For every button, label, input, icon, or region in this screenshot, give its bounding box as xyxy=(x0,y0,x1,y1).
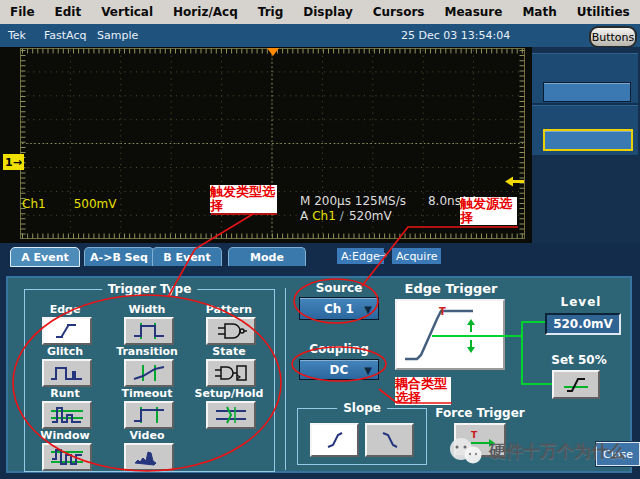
force-trigger-label: Force Trigger xyxy=(420,406,540,420)
annotation-trigger-source: 触发源选择 xyxy=(460,197,517,225)
trigger-type-transition-button[interactable] xyxy=(124,359,174,387)
trigger-level-arrow-icon[interactable] xyxy=(505,176,525,187)
transition-icon xyxy=(131,363,167,383)
trigger-type-video-button[interactable] xyxy=(124,443,174,471)
watermark: 硬件十万个为什么 xyxy=(446,436,625,466)
timeout-icon xyxy=(131,405,167,425)
slope-falling-button[interactable] xyxy=(365,423,414,457)
dropdown-arrow-icon: ▼ xyxy=(364,303,372,314)
wechat-icon xyxy=(446,436,486,466)
trigger-type-label-state: State xyxy=(189,345,269,358)
tab-a-event[interactable]: A Event xyxy=(10,247,80,267)
bracket-to-set50 xyxy=(523,383,553,385)
level-line xyxy=(432,335,522,337)
brand-label: Tek xyxy=(8,29,26,42)
level-readout[interactable]: 520.0mV xyxy=(545,313,621,335)
menu-display[interactable]: Display xyxy=(293,1,362,24)
video-icon xyxy=(131,447,167,467)
trigger-type-window-button[interactable] xyxy=(42,443,92,471)
edge-icon xyxy=(49,321,85,341)
menu-edit[interactable]: Edit xyxy=(45,1,92,24)
channel1-label: Ch1 xyxy=(22,197,46,211)
level-label: Level xyxy=(545,295,617,309)
menu-math[interactable]: Math xyxy=(512,1,566,24)
trigger-position-marker-icon[interactable] xyxy=(267,48,279,56)
menu-utilities[interactable]: Utilities xyxy=(567,1,640,24)
glitch-icon xyxy=(49,363,85,383)
pattern-icon xyxy=(213,321,249,341)
window-icon xyxy=(49,447,85,467)
trigger-type-label-setup-hold: Setup/Hold xyxy=(189,387,269,400)
trigger-type-state-button[interactable] xyxy=(206,359,256,387)
datetime-label: 25 Dec 03 13:54:04 xyxy=(401,29,510,42)
coupling-label: Coupling xyxy=(301,342,377,356)
bracket-vertical xyxy=(521,321,523,385)
trigger-type-glitch-button[interactable] xyxy=(42,359,92,387)
watermark-text: 硬件十万个为什么 xyxy=(489,440,625,463)
trigger-type-label-edge: Edge xyxy=(25,303,105,316)
slope-rising-button[interactable] xyxy=(310,423,359,457)
edge-trigger-title: Edge Trigger xyxy=(396,281,506,296)
trigger-type-setup-hold-button[interactable] xyxy=(206,401,256,429)
tab-a-b-seq[interactable]: A->B Seq xyxy=(84,247,154,266)
side-soft-button-2[interactable] xyxy=(543,129,633,151)
trigger-type-runt-button[interactable] xyxy=(42,401,92,429)
source-value: Ch 1 xyxy=(324,302,354,316)
setup-hold-icon xyxy=(213,405,249,425)
slope-title: Slope xyxy=(337,401,387,415)
annotation-coupling: 耦合类型选择 xyxy=(395,377,451,405)
panel-divider xyxy=(285,288,286,470)
source-label: Source xyxy=(301,281,377,295)
waveform-display: 1→ Ch1500mV M 200µs 125MS/s8.0ns/pt ACh1… xyxy=(0,47,532,243)
trigger-level-readout: 520mV xyxy=(349,209,392,223)
source-dropdown[interactable]: Ch 1 ▼ xyxy=(299,297,379,320)
oscilloscope-ui: File Edit Vertical Horiz/Acq Trig Displa… xyxy=(0,0,640,479)
trigger-type-width-button[interactable] xyxy=(124,317,174,345)
trigger-type-edge-button[interactable] xyxy=(42,317,92,345)
side-soft-button-1[interactable] xyxy=(543,82,631,102)
dropdown-arrow-icon: ▼ xyxy=(364,364,372,375)
falling-slope-icon xyxy=(375,429,405,451)
trigger-path-acquire-chip[interactable]: Acquire xyxy=(392,248,441,264)
trigger-path-arrow-icon: → xyxy=(377,248,387,262)
channel1-scale: 500mV xyxy=(74,197,117,211)
trigger-type-timeout-button[interactable] xyxy=(124,401,174,429)
menu-cursors[interactable]: Cursors xyxy=(363,1,435,24)
status-bar: Tek FastAcq Sample 25 Dec 03 13:54:04 Bu… xyxy=(0,24,640,47)
width-icon xyxy=(131,321,167,341)
state-icon xyxy=(213,363,249,383)
trigger-type-title: Trigger Type xyxy=(102,282,198,296)
rising-slope-icon xyxy=(320,429,350,451)
trigger-type-label-window: Window xyxy=(25,429,105,442)
bracket-to-level xyxy=(523,321,546,323)
tab-mode[interactable]: Mode xyxy=(228,247,306,266)
menu-vertical[interactable]: Vertical xyxy=(91,1,163,24)
set50-label: Set 50% xyxy=(544,353,614,367)
menu-measure[interactable]: Measure xyxy=(434,1,512,24)
side-panel-top xyxy=(532,53,638,103)
buttons-button[interactable]: Buttons xyxy=(589,26,637,48)
side-button-column xyxy=(532,47,640,243)
menu-trig[interactable]: Trig xyxy=(248,1,294,24)
trigger-type-label-runt: Runt xyxy=(25,387,105,400)
trigger-system-label: A xyxy=(300,209,308,223)
trigger-source-readout: Ch1 xyxy=(312,209,336,223)
coupling-dropdown[interactable]: DC ▼ xyxy=(299,359,379,380)
channel1-reference-marker[interactable]: 1→ xyxy=(3,154,24,170)
horizontal-readout: M 200µs 125MS/s8.0ns/pt xyxy=(300,194,477,208)
menu-file[interactable]: File xyxy=(0,1,45,24)
coupling-value: DC xyxy=(330,363,349,377)
trigger-type-label-width: Width xyxy=(107,303,187,316)
set-50-button[interactable] xyxy=(552,370,600,399)
trigger-type-pattern-button[interactable] xyxy=(206,317,256,345)
trigger-slope-icon: ∕ xyxy=(340,209,344,223)
side-panel-bottom xyxy=(532,105,638,155)
trigger-type-label-pattern: Pattern xyxy=(189,303,269,316)
trigger-type-label-timeout: Timeout xyxy=(107,387,187,400)
runt-icon xyxy=(49,405,85,425)
annotation-trigger-type: 触发类型选择 xyxy=(210,185,277,213)
menu-bar: File Edit Vertical Horiz/Acq Trig Displa… xyxy=(0,0,640,25)
trigger-type-label-video: Video xyxy=(107,429,187,442)
menu-horiz-acq[interactable]: Horiz/Acq xyxy=(163,1,248,24)
tab-b-event[interactable]: B Event xyxy=(152,247,222,266)
